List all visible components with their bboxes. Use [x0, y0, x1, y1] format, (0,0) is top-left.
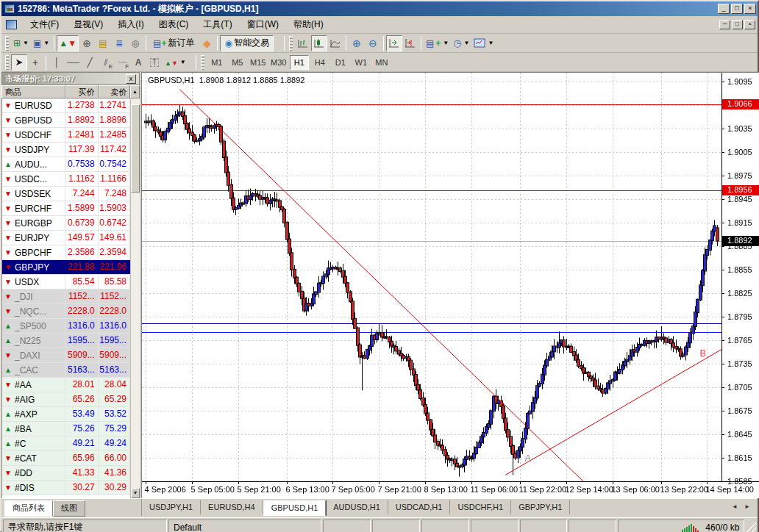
scroll-up-icon[interactable]: ▲: [130, 85, 140, 98]
vertical-line-tool-button[interactable]: │: [49, 54, 65, 71]
scroll-down-icon[interactable]: ▼: [131, 488, 140, 498]
timeframe-w1-button[interactable]: W1: [352, 55, 371, 70]
tab-scroll-right-icon[interactable]: ►: [741, 501, 753, 513]
market-watch-row[interactable]: ▲#BA75.2675.29: [2, 422, 130, 436]
market-watch-toggle-button[interactable]: ▲▼: [57, 35, 79, 51]
text-tool-button[interactable]: A: [130, 54, 146, 71]
expert-advisors-button[interactable]: ◉智能交易: [220, 35, 273, 51]
market-watch-close-button[interactable]: x: [126, 74, 136, 84]
menu-insert[interactable]: 插入(I): [110, 16, 151, 33]
strategy-tester-button[interactable]: ◎: [127, 35, 143, 51]
toolbar-grip[interactable]: [201, 55, 204, 70]
timeframe-m1-button[interactable]: M1: [207, 55, 227, 70]
profiles-button[interactable]: ▣▼: [31, 35, 51, 51]
templates-button[interactable]: ▼: [471, 35, 496, 51]
price-chart-canvas[interactable]: [142, 73, 759, 497]
scrollbar-thumb[interactable]: [131, 104, 140, 193]
market-watch-row[interactable]: ▼#AIG65.2665.29: [2, 392, 130, 407]
navigator-button[interactable]: ≣: [111, 35, 127, 51]
periods-button[interactable]: ◷▼: [451, 35, 471, 51]
chart-shift-button[interactable]: [402, 35, 418, 51]
market-watch-row[interactable]: ▼GBPJPY221.88221.96: [2, 260, 130, 275]
tab-scroll-left-icon[interactable]: ◄: [729, 501, 741, 513]
market-watch-row[interactable]: ▼EURGBP0.67390.6742: [2, 216, 130, 231]
mdi-restore-button[interactable]: □: [732, 20, 743, 29]
indicators-button[interactable]: ▤+▼: [424, 35, 451, 51]
alert-button[interactable]: ◆: [199, 35, 215, 51]
market-watch-row[interactable]: ▼#CAT65.9666.00: [2, 451, 130, 466]
arrows-tool-button[interactable]: ▲▼▼: [163, 54, 188, 71]
zoom-in-button[interactable]: ⊕: [349, 35, 365, 51]
candlestick-chart-button[interactable]: [311, 35, 327, 51]
title-bar[interactable]: 152786: MetaTrader ?Forex Ltd. - 模拟帐户 - …: [1, 1, 758, 16]
menu-charts[interactable]: 图表(C): [152, 16, 196, 33]
new-order-button[interactable]: ▤+新订单: [149, 35, 199, 51]
toolbar-grip[interactable]: [5, 55, 9, 70]
timeframe-mn-button[interactable]: MN: [372, 55, 391, 70]
menu-window[interactable]: 窗口(W): [240, 16, 286, 33]
toolbar-grip[interactable]: [289, 36, 293, 51]
toolbar-grip[interactable]: [5, 36, 9, 51]
bar-chart-button[interactable]: [295, 35, 311, 51]
resize-grip[interactable]: [746, 520, 756, 532]
menu-file[interactable]: 文件(F): [23, 16, 66, 33]
market-watch-row[interactable]: ▼EURUSD1.27381.2741: [2, 98, 130, 113]
market-watch-row[interactable]: ▼GBPCHF2.35862.3594: [2, 245, 130, 260]
market-watch-row[interactable]: ▼USDCHF1.24811.2485: [2, 128, 130, 143]
channel-tool-button[interactable]: ⫽E: [98, 54, 114, 71]
horizontal-line-tool-button[interactable]: ──: [65, 54, 82, 71]
close-button[interactable]: ×: [744, 4, 756, 14]
column-header-ask[interactable]: 卖价: [99, 85, 131, 98]
minimize-button[interactable]: _: [718, 4, 730, 14]
chart-tab[interactable]: GBPJPY,H1: [511, 500, 570, 514]
timeframe-m30-button[interactable]: M30: [269, 55, 288, 70]
data-window-button[interactable]: ⊕: [79, 35, 95, 51]
market-watch-tab[interactable]: 商品列表: [4, 500, 53, 517]
new-chart-button[interactable]: ⊞▼: [11, 35, 31, 51]
market-watch-row[interactable]: ▼USDX85.5485.58: [2, 275, 130, 290]
column-header-symbol[interactable]: 商品: [1, 85, 65, 98]
menu-tools[interactable]: 工具(T): [196, 16, 239, 33]
column-header-bid[interactable]: 买价: [65, 85, 99, 98]
line-chart-button[interactable]: [327, 35, 343, 51]
market-watch-tab[interactable]: 线图: [53, 500, 85, 517]
chart-tab[interactable]: EURUSD,H4: [201, 500, 263, 514]
trendline-tool-button[interactable]: ╱: [82, 54, 98, 71]
chart-tab[interactable]: USDJPY,H1: [142, 500, 201, 514]
timeframe-h4-button[interactable]: H4: [310, 55, 329, 70]
menu-help[interactable]: 帮助(H): [286, 16, 331, 33]
market-watch-scrollbar[interactable]: ▼: [130, 98, 140, 498]
market-watch-row[interactable]: ▼GBPUSD1.88921.8896: [2, 113, 130, 128]
mdi-minimize-button[interactable]: ─: [719, 20, 730, 29]
crosshair-tool-button[interactable]: +: [27, 54, 43, 71]
cursor-tool-button[interactable]: ➤: [11, 54, 27, 71]
market-watch-row[interactable]: ▲_SP5001316.01316.0: [2, 319, 130, 334]
maximize-button[interactable]: □: [731, 4, 743, 14]
market-watch-row[interactable]: ▲AUDU...0.75380.7542: [2, 157, 130, 172]
auto-scroll-button[interactable]: [386, 35, 402, 51]
zoom-out-button[interactable]: ⊖: [365, 35, 381, 51]
market-watch-row[interactable]: ▼#DIS30.2730.29: [2, 481, 130, 495]
timeframe-h1-button[interactable]: H1: [290, 55, 309, 70]
timeframe-m5-button[interactable]: M5: [228, 55, 247, 70]
chart-tab[interactable]: AUDUSD,H1: [326, 500, 388, 514]
fibonacci-tool-button[interactable]: ┄┄F: [114, 54, 130, 71]
market-watch-row[interactable]: ▲#AXP53.4953.52: [2, 407, 130, 422]
market-watch-row[interactable]: ▼_DAXI5909...5909...: [2, 348, 130, 363]
market-watch-row[interactable]: ▼USDC...1.11621.1166: [2, 172, 130, 187]
chart-tab[interactable]: GBPUSD,H1: [263, 500, 327, 516]
chart-tab[interactable]: USDCAD,H1: [388, 500, 451, 514]
market-watch-row[interactable]: ▼#AA28.0128.04: [2, 378, 130, 392]
menu-view[interactable]: 显视(V): [66, 16, 110, 33]
market-watch-row[interactable]: ▲#C49.2149.24: [2, 436, 130, 451]
history-center-button[interactable]: ▤: [95, 35, 111, 51]
status-profile[interactable]: Default: [168, 520, 321, 532]
market-watch-row[interactable]: ▲_CAC5163...5163...: [2, 363, 130, 378]
market-watch-row[interactable]: ▼#DD41.3341.36: [2, 466, 130, 481]
market-watch-caption[interactable]: 市场报价: 17:33:07 x: [1, 72, 140, 85]
mdi-close-button[interactable]: ×: [744, 20, 755, 29]
market-watch-row[interactable]: ▼USDSEK7.2447.248: [2, 187, 130, 201]
text-label-tool-button[interactable]: T: [146, 54, 163, 71]
market-watch-row[interactable]: ▼EURJPY149.57149.61: [2, 231, 130, 245]
timeframe-m15-button[interactable]: M15: [249, 55, 268, 70]
